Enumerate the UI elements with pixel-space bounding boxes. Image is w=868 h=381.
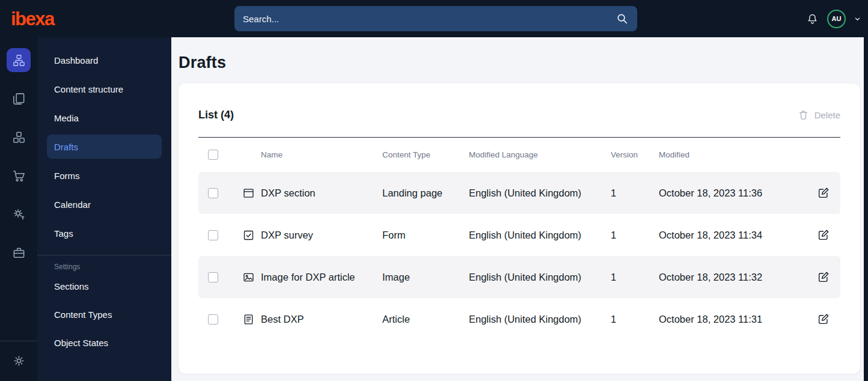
table-row[interactable]: DXP section Landing page English (United… bbox=[198, 172, 840, 214]
row-language: English (United Kingdom) bbox=[469, 314, 611, 325]
row-modified: October 18, 2023 11:34 bbox=[659, 230, 807, 241]
table-row[interactable]: Image for DXP article Image English (Uni… bbox=[198, 256, 840, 298]
row-modified: October 18, 2023 11:36 bbox=[659, 187, 807, 199]
edit-button[interactable] bbox=[817, 270, 830, 284]
col-name: Name bbox=[261, 150, 382, 159]
table-row[interactable]: DXP survey Form English (United Kingdom)… bbox=[198, 214, 840, 256]
row-version: 1 bbox=[611, 314, 659, 325]
form-icon bbox=[227, 229, 261, 242]
delete-label: Delete bbox=[815, 110, 840, 120]
row-checkbox[interactable] bbox=[208, 188, 218, 198]
row-content-type: Article bbox=[382, 314, 469, 325]
col-version: Version bbox=[611, 150, 659, 159]
search-input[interactable] bbox=[243, 14, 616, 24]
row-content-type: Image bbox=[382, 272, 469, 283]
dashboard-icon[interactable] bbox=[7, 48, 31, 72]
drafts-card: List (4) Delete Name Content Type bbox=[179, 84, 860, 374]
global-search[interactable] bbox=[234, 6, 637, 31]
landing-page-icon bbox=[227, 187, 261, 200]
row-language: English (United Kingdom) bbox=[469, 187, 611, 199]
row-checkbox[interactable] bbox=[208, 230, 218, 240]
row-name: DXP section bbox=[261, 187, 382, 199]
list-heading: List (4) bbox=[198, 109, 234, 121]
delete-button[interactable]: Delete bbox=[798, 109, 840, 121]
page-title: Drafts bbox=[179, 53, 864, 72]
sidebar-item-tags[interactable]: Tags bbox=[37, 219, 171, 248]
trash-icon bbox=[798, 109, 809, 121]
user-avatar[interactable]: AU bbox=[827, 10, 846, 28]
article-icon bbox=[227, 313, 261, 326]
row-language: English (United Kingdom) bbox=[469, 272, 611, 283]
table-header: Name Content Type Modified Language Vers… bbox=[198, 137, 840, 172]
row-version: 1 bbox=[611, 272, 659, 283]
topbar: ibexa AU bbox=[0, 0, 868, 37]
commerce-cart-icon[interactable] bbox=[7, 163, 31, 187]
product-catalog-icon[interactable] bbox=[7, 240, 31, 264]
settings-section-label: Settings bbox=[37, 255, 171, 272]
icon-rail bbox=[0, 37, 37, 381]
sidebar-item-forms[interactable]: Forms bbox=[37, 161, 171, 190]
row-name: Best DXP bbox=[261, 314, 382, 325]
table-row[interactable]: Best DXP Article English (United Kingdom… bbox=[198, 298, 840, 340]
sidebar-menu: Dashboard Content structure Media Drafts… bbox=[37, 37, 171, 381]
row-version: 1 bbox=[611, 187, 659, 199]
row-name: DXP survey bbox=[261, 230, 382, 241]
card-header: List (4) Delete bbox=[198, 109, 840, 121]
user-menu-chevron-icon[interactable] bbox=[854, 16, 861, 22]
col-content-type: Content Type bbox=[382, 150, 469, 159]
col-modified: Modified bbox=[659, 150, 807, 159]
notifications-bell-icon[interactable] bbox=[806, 13, 819, 25]
row-name: Image for DXP article bbox=[261, 272, 382, 283]
sidebar-item-sections[interactable]: Sections bbox=[37, 272, 171, 300]
sidebar-item-calendar[interactable]: Calendar bbox=[37, 190, 171, 219]
row-checkbox[interactable] bbox=[208, 272, 218, 282]
ibexa-logo: ibexa bbox=[11, 10, 54, 28]
search-icon[interactable] bbox=[616, 12, 629, 25]
row-modified: October 18, 2023 11:31 bbox=[659, 314, 807, 325]
row-content-type: Landing page bbox=[382, 187, 469, 199]
scrollbar-track[interactable] bbox=[864, 37, 868, 381]
drafts-table: Name Content Type Modified Language Vers… bbox=[198, 137, 840, 340]
sidebar-item-media[interactable]: Media bbox=[37, 103, 171, 132]
sidebar-item-object-states[interactable]: Object States bbox=[37, 329, 171, 357]
edit-button[interactable] bbox=[817, 228, 830, 242]
sidebar-item-drafts[interactable]: Drafts bbox=[47, 135, 162, 159]
edit-button[interactable] bbox=[817, 312, 830, 326]
topbar-right: AU bbox=[806, 0, 861, 37]
blocks-icon[interactable] bbox=[7, 125, 31, 149]
row-checkbox[interactable] bbox=[208, 314, 218, 325]
col-modified-language: Modified Language bbox=[469, 150, 611, 159]
main-content: Drafts List (4) Delete bbox=[171, 37, 864, 381]
settings-gear-icon[interactable] bbox=[7, 349, 31, 373]
row-version: 1 bbox=[611, 230, 659, 241]
sidebar-item-content-types[interactable]: Content Types bbox=[37, 300, 171, 329]
row-modified: October 18, 2023 11:32 bbox=[659, 272, 807, 283]
sidebar-item-content-structure[interactable]: Content structure bbox=[37, 75, 171, 103]
content-icon[interactable] bbox=[7, 87, 31, 111]
rail-bottom bbox=[0, 341, 37, 381]
personalization-icon[interactable] bbox=[7, 202, 31, 226]
select-all-checkbox[interactable] bbox=[208, 150, 218, 160]
sidebar-item-dashboard[interactable]: Dashboard bbox=[37, 46, 171, 75]
row-content-type: Form bbox=[382, 230, 469, 241]
edit-button[interactable] bbox=[817, 186, 830, 200]
avatar-initials: AU bbox=[832, 15, 842, 22]
page: ibexa AU bbox=[0, 0, 868, 381]
image-icon bbox=[227, 271, 261, 284]
row-language: English (United Kingdom) bbox=[469, 230, 611, 241]
